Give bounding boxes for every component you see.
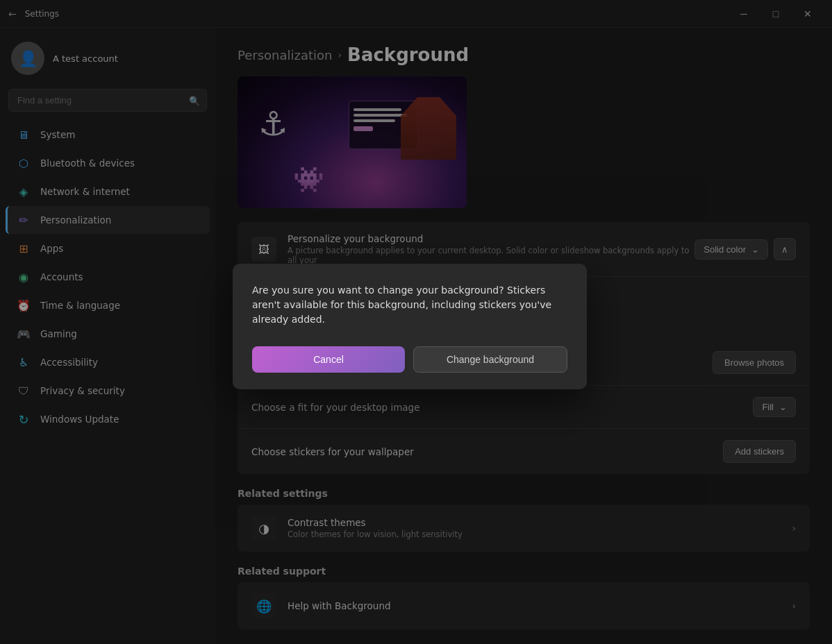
- change-background-button[interactable]: Change background: [413, 346, 567, 373]
- cancel-button[interactable]: Cancel: [252, 346, 405, 373]
- change-background-dialog: Are you sure you want to change your bac…: [233, 264, 587, 389]
- dialog-message: Are you sure you want to change your bac…: [252, 283, 567, 327]
- dialog-overlay: Are you sure you want to change your bac…: [0, 0, 832, 644]
- dialog-buttons: Cancel Change background: [252, 346, 567, 373]
